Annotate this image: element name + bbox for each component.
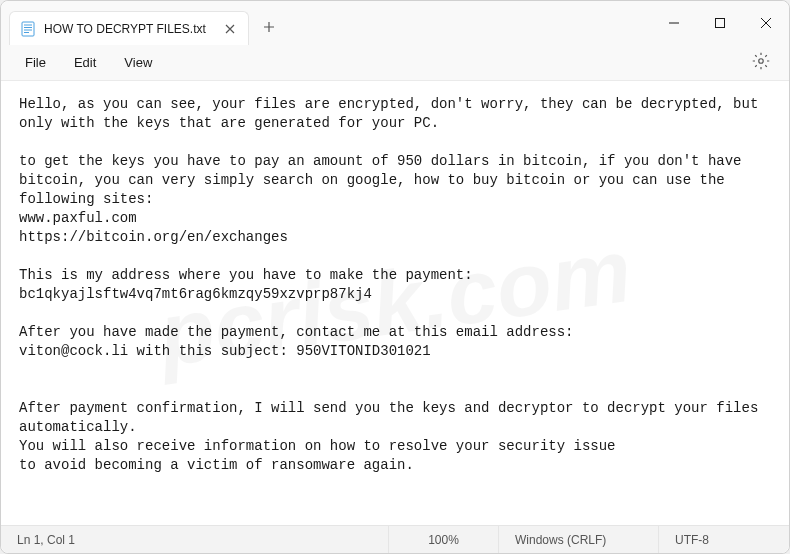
tab-strip: HOW TO DECRYPT FILES.txt — [1, 1, 651, 45]
svg-point-6 — [759, 58, 764, 63]
menu-edit[interactable]: Edit — [62, 49, 108, 76]
notepad-icon — [20, 21, 36, 37]
minimize-button[interactable] — [651, 1, 697, 45]
window-controls — [651, 1, 789, 45]
status-encoding[interactable]: UTF-8 — [659, 526, 789, 553]
editor-content: Hello, as you can see, your files are en… — [19, 96, 767, 473]
close-window-button[interactable] — [743, 1, 789, 45]
text-editor[interactable]: Hello, as you can see, your files are en… — [1, 81, 789, 525]
status-line-ending[interactable]: Windows (CRLF) — [499, 526, 659, 553]
svg-rect-5 — [716, 19, 725, 28]
titlebar: HOW TO DECRYPT FILES.txt — [1, 1, 789, 45]
statusbar: Ln 1, Col 1 100% Windows (CRLF) UTF-8 — [1, 525, 789, 553]
tab-title: HOW TO DECRYPT FILES.txt — [44, 22, 214, 36]
settings-button[interactable] — [745, 47, 777, 79]
svg-rect-0 — [22, 22, 34, 36]
maximize-button[interactable] — [697, 1, 743, 45]
status-zoom[interactable]: 100% — [389, 526, 499, 553]
close-tab-icon[interactable] — [222, 21, 238, 37]
notepad-window: HOW TO DECRYPT FILES.txt File Edit Vie — [0, 0, 790, 554]
menu-view[interactable]: View — [112, 49, 164, 76]
menubar: File Edit View — [1, 45, 789, 81]
menu-file[interactable]: File — [13, 49, 58, 76]
status-position[interactable]: Ln 1, Col 1 — [1, 526, 389, 553]
gear-icon — [752, 52, 770, 74]
tab-active[interactable]: HOW TO DECRYPT FILES.txt — [9, 11, 249, 45]
new-tab-button[interactable] — [253, 11, 285, 43]
